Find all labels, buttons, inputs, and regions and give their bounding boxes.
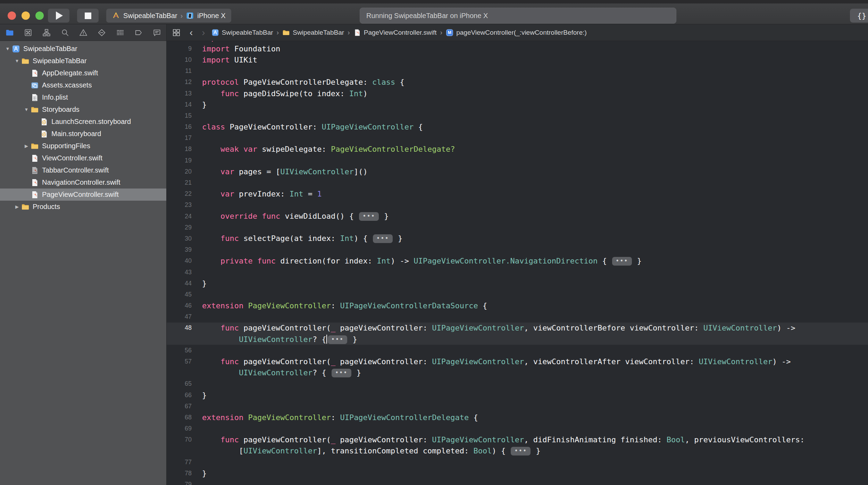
tree-row[interactable]: TabbarController.swift (0, 164, 166, 176)
line-number[interactable]: 30 (167, 235, 197, 242)
line-number[interactable]: 18 (167, 145, 197, 153)
related-items-icon[interactable] (172, 28, 181, 37)
breakpoint-navigator-icon[interactable] (134, 28, 143, 37)
token-plain: { (478, 301, 487, 310)
line-number[interactable]: 13 (167, 90, 197, 97)
tree-row[interactable]: Info.plist (0, 91, 166, 103)
source-editor[interactable]: 8import9import Foundation10import UIKit1… (167, 41, 868, 485)
line-number[interactable]: 29 (167, 224, 197, 231)
tree-row[interactable]: Assets.xcassets (0, 79, 166, 91)
line-number[interactable]: 16 (167, 123, 197, 131)
line-number[interactable]: 70 (167, 436, 197, 443)
line-number[interactable]: 11 (167, 67, 197, 75)
token-type: UIPageViewController.NavigationDirection (414, 257, 598, 265)
line-number[interactable]: 39 (167, 246, 197, 253)
token-type: UIPageViewController (432, 357, 524, 366)
line-number[interactable]: 19 (167, 157, 197, 164)
symbol-navigator-icon[interactable] (42, 28, 51, 37)
minimize-window-button[interactable] (22, 11, 30, 20)
test-navigator-icon[interactable] (97, 28, 106, 37)
jumpbar-item[interactable]: PageViewController.swift (353, 29, 437, 36)
code-snippets-button[interactable]: {} (850, 9, 868, 23)
zoom-window-button[interactable] (35, 11, 44, 20)
tree-row[interactable]: LaunchScreen.storyboard (0, 116, 166, 128)
code-line: 14} (167, 99, 868, 110)
line-number[interactable]: 69 (167, 425, 197, 432)
forward-button[interactable]: › (199, 28, 208, 37)
tree-row[interactable]: Main.storyboard (0, 128, 166, 140)
tree-row[interactable]: ▼Storyboards (0, 103, 166, 116)
back-button[interactable]: ‹ (187, 28, 195, 37)
line-number[interactable]: 79 (167, 481, 197, 485)
line-number[interactable]: 77 (167, 459, 197, 466)
disclosure-triangle-icon[interactable]: ▶ (22, 143, 31, 149)
scheme-selector[interactable]: SwipeableTabBar › iPhone X (106, 9, 231, 23)
source-control-navigator-icon[interactable] (24, 28, 33, 37)
line-number[interactable]: 21 (167, 179, 197, 186)
tree-row[interactable]: ViewController.swift (0, 152, 166, 164)
line-number[interactable]: 65 (167, 380, 197, 387)
line-number[interactable]: 47 (167, 313, 197, 320)
disclosure-triangle-icon[interactable]: ▼ (3, 46, 12, 51)
line-number[interactable]: 44 (167, 280, 197, 287)
line-number[interactable]: 23 (167, 201, 197, 209)
disclosure-triangle-icon[interactable]: ▶ (13, 204, 21, 209)
jumpbar-item[interactable]: SwipeableTabBar (211, 29, 273, 36)
jumpbar-item[interactable]: MpageViewController(_:viewControllerBefo… (446, 29, 587, 36)
line-number[interactable]: 20 (167, 168, 197, 175)
report-navigator-icon[interactable] (152, 28, 161, 37)
line-number[interactable]: 9 (167, 45, 197, 52)
jumpbar-item[interactable]: SwipeableTabBar (282, 29, 344, 36)
debug-navigator-icon[interactable] (116, 28, 125, 37)
line-number[interactable]: 14 (167, 101, 197, 108)
method-badge-icon: M (446, 29, 453, 36)
code-fold-pill[interactable]: ••• (511, 447, 531, 455)
stop-button[interactable] (77, 9, 99, 23)
code-fold-pill[interactable]: ••• (332, 369, 351, 377)
code-line: 67 (167, 401, 868, 412)
run-button[interactable] (48, 9, 69, 23)
project-navigator-icon[interactable] (5, 28, 14, 37)
code-fold-pill[interactable]: ••• (612, 257, 632, 266)
tree-item-label: PageViewController.swift (42, 191, 119, 199)
issue-navigator-icon[interactable] (79, 28, 88, 37)
line-number[interactable]: 67 (167, 403, 197, 410)
line-number[interactable]: 46 (167, 302, 197, 309)
tree-row[interactable]: NavigationController.swift (0, 176, 166, 189)
line-number[interactable]: 17 (167, 134, 197, 142)
line-number[interactable]: 22 (167, 190, 197, 198)
line-number[interactable]: 66 (167, 392, 197, 399)
code-fold-pill[interactable]: ••• (328, 335, 348, 344)
token-plain: ]() (354, 167, 368, 176)
line-number[interactable]: 8 (167, 41, 197, 41)
line-number[interactable]: 12 (167, 78, 197, 86)
line-number[interactable]: 15 (167, 112, 197, 119)
code-fold-pill[interactable]: ••• (373, 234, 393, 243)
line-number[interactable]: 68 (167, 414, 197, 421)
code-line: 29 (167, 222, 868, 233)
tree-row[interactable]: PageViewController.swift (0, 189, 166, 201)
line-number[interactable]: 45 (167, 291, 197, 298)
line-number[interactable]: 40 (167, 257, 197, 265)
tree-row[interactable]: ▼SwipeableTabBar (0, 55, 166, 67)
tree-row[interactable]: ▼SwipeableTabBar (0, 43, 166, 55)
line-number[interactable]: 43 (167, 269, 197, 276)
token-plain (202, 212, 220, 220)
line-number[interactable]: 56 (167, 347, 197, 354)
disclosure-triangle-icon[interactable]: ▼ (13, 58, 21, 64)
line-number[interactable]: 10 (167, 56, 197, 64)
tree-row[interactable]: AppDelegate.swift (0, 67, 166, 79)
line-number[interactable]: 48 (167, 324, 197, 332)
code-fold-pill[interactable]: ••• (359, 212, 379, 221)
tree-row[interactable]: ▶Products (0, 201, 166, 213)
line-number[interactable]: 78 (167, 470, 197, 477)
code-line: 65 (167, 378, 868, 390)
find-navigator-icon[interactable] (60, 28, 69, 37)
line-number[interactable]: 57 (167, 358, 197, 365)
close-window-button[interactable] (8, 11, 16, 20)
swift-icon (31, 191, 39, 199)
tree-row[interactable]: ▶SupportingFiles (0, 140, 166, 152)
code-line: 66} (167, 390, 868, 401)
disclosure-triangle-icon[interactable]: ▼ (22, 107, 31, 112)
line-number[interactable]: 24 (167, 213, 197, 220)
